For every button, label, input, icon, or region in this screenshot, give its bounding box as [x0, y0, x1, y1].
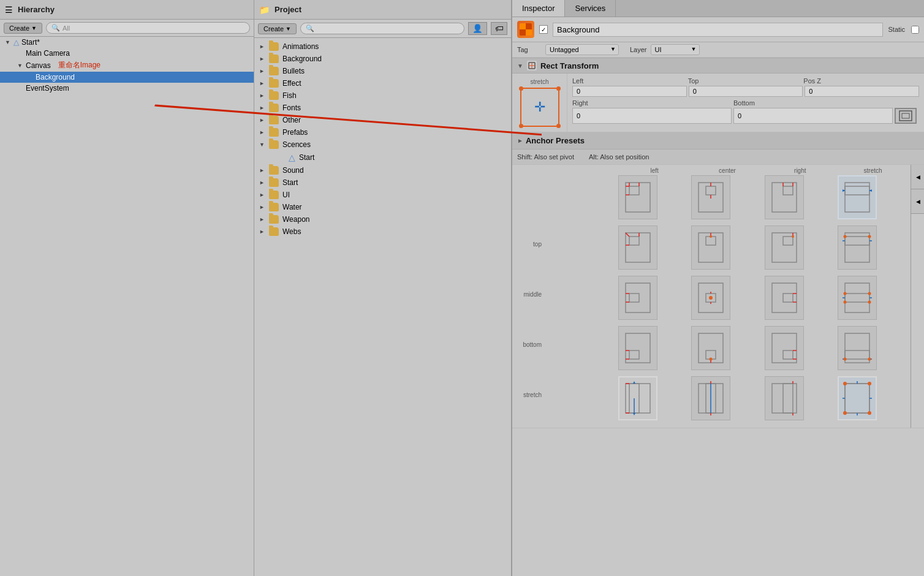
svg-point-87	[843, 358, 846, 361]
anchor-preset-r1c3[interactable]	[765, 225, 804, 270]
tab-inspector[interactable]: Inspector	[512, 0, 565, 17]
static-checkbox[interactable]	[911, 26, 919, 34]
anchor-preset-r2c2[interactable]	[691, 276, 730, 320]
inspector-content: ✓ Static Tag Untagged ▼ Layer UI ▼	[512, 17, 924, 576]
project-folder-fonts[interactable]: ► Fonts	[254, 102, 511, 114]
rect-transform-title: Rect Transform	[540, 61, 599, 70]
col-header-left: left	[618, 167, 691, 174]
tag-layer-row: Tag Untagged ▼ Layer UI ▼	[512, 42, 924, 58]
project-folder-webs[interactable]: ► Webs	[254, 225, 511, 238]
posz-input[interactable]	[805, 86, 919, 97]
hierarchy-item-event-system[interactable]: EventSystem	[0, 83, 254, 94]
anchor-preset-selector[interactable]: ✛	[520, 88, 559, 127]
project-folder-other[interactable]: ► Other	[254, 114, 511, 126]
side-btn-1[interactable]: ◀	[911, 165, 924, 189]
anchor-preset-top-left[interactable]	[618, 175, 657, 219]
anchor-preset-stretch-center[interactable]	[691, 376, 730, 420]
project-folder-fish[interactable]: ► Fish	[254, 89, 511, 102]
svg-rect-25	[845, 183, 869, 212]
project-icon-btn-1[interactable]: 👤	[468, 22, 487, 35]
project-search-bar[interactable]: 🔍	[300, 23, 464, 34]
object-name-input[interactable]	[553, 23, 883, 37]
folder-arrow-sound[interactable]: ►	[259, 167, 265, 173]
anchor-presets-toggle[interactable]: ► Anchor Presets	[512, 132, 924, 150]
hierarchy-item-background[interactable]: Background	[0, 72, 254, 83]
anchor-preset-stretch-stretch[interactable]	[838, 376, 877, 420]
folder-arrow-fish[interactable]: ►	[259, 93, 265, 99]
anchor-preset-r2c3[interactable]	[765, 276, 804, 320]
project-folder-ui[interactable]: ► UI	[254, 189, 511, 201]
svg-rect-45	[845, 237, 869, 245]
tab-services[interactable]: Services	[565, 0, 616, 17]
right-input[interactable]	[572, 108, 732, 124]
anchor-presets-fold-arrow[interactable]: ►	[517, 137, 523, 144]
tree-expand-canvas[interactable]	[17, 63, 23, 69]
project-folder-bullets[interactable]: ► Bullets	[254, 65, 511, 77]
hierarchy-create-button[interactable]: Create ▼	[4, 23, 42, 34]
anchor-preset-top-right[interactable]	[765, 175, 804, 219]
hierarchy-item-canvas[interactable]: Canvas 重命名Image	[0, 59, 254, 72]
layer-select[interactable]: UI ▼	[651, 44, 700, 55]
folder-arrow-animations[interactable]: ►	[259, 44, 265, 50]
svg-point-43	[792, 235, 794, 238]
folder-arrow-ui[interactable]: ►	[259, 192, 265, 198]
tree-expand-start[interactable]	[5, 39, 11, 45]
rect-transform-fold-arrow[interactable]: ▼	[517, 63, 523, 69]
project-content: ► Animations ► Background ► Bullets ► Ef…	[254, 38, 511, 576]
active-checkbox[interactable]: ✓	[539, 25, 548, 34]
anchor-preset-r1c2[interactable]	[691, 225, 730, 270]
project-folder-weapon[interactable]: ► Weapon	[254, 213, 511, 225]
bottom-input[interactable]	[733, 108, 893, 124]
anchor-preset-r3c3[interactable]	[765, 326, 804, 370]
folder-icon-weapon	[269, 215, 279, 224]
anchor-preset-stretch-right[interactable]	[765, 376, 804, 420]
tag-select[interactable]: Untagged ▼	[545, 44, 619, 55]
anchor-preset-r2c1[interactable]	[618, 276, 657, 320]
anchor-preset-stretch-left[interactable]	[618, 376, 657, 420]
folder-arrow-scences[interactable]: ▼	[259, 142, 265, 148]
project-scene-start[interactable]: △ Start	[254, 151, 511, 164]
anchor-preset-r3c4[interactable]	[838, 326, 877, 370]
col-header-stretch: stretch	[836, 167, 909, 174]
project-folder-water[interactable]: ► Water	[254, 201, 511, 213]
stretch-grid-btn[interactable]	[895, 108, 917, 124]
anchor-preset-r1c4[interactable]	[838, 225, 877, 270]
project-folder-start[interactable]: ► Start	[254, 176, 511, 189]
project-folder-background[interactable]: ► Background	[254, 53, 511, 65]
anchor-preset-r3c2[interactable]	[691, 326, 730, 370]
project-folder-sound[interactable]: ► Sound	[254, 164, 511, 176]
folder-arrow-prefabs[interactable]: ►	[259, 129, 265, 135]
folder-arrow-start[interactable]: ►	[259, 180, 265, 186]
project-create-button[interactable]: Create ▼	[258, 23, 297, 34]
hierarchy-search-bar[interactable]: 🔍 All	[46, 22, 250, 34]
left-input[interactable]	[572, 86, 687, 97]
folder-arrow-weapon[interactable]: ►	[259, 216, 265, 222]
top-input[interactable]	[689, 86, 803, 97]
folder-arrow-background[interactable]: ►	[259, 56, 265, 62]
project-icon-btn-2[interactable]: 🏷	[491, 22, 507, 35]
anchor-preset-r2c4[interactable]	[838, 276, 877, 320]
folder-arrow-effect[interactable]: ►	[259, 80, 265, 86]
folder-arrow-bullets[interactable]: ►	[259, 68, 265, 74]
anchor-preset-top-center[interactable]	[691, 175, 730, 219]
inspector-panel: Inspector Services ✓ Static Tag Untagged…	[512, 0, 924, 576]
anchor-preset-r1c1[interactable]	[618, 225, 657, 270]
folder-arrow-other[interactable]: ►	[259, 117, 265, 123]
project-folder-scences[interactable]: ▼ Scences	[254, 138, 511, 151]
project-folder-animations[interactable]: ► Animations	[254, 40, 511, 53]
project-folder-prefabs[interactable]: ► Prefabs	[254, 126, 511, 138]
hierarchy-item-start[interactable]: △ Start*	[0, 37, 254, 48]
folder-arrow-webs[interactable]: ►	[259, 229, 265, 235]
project-folder-effect[interactable]: ► Effect	[254, 77, 511, 89]
folder-arrow-water[interactable]: ►	[259, 204, 265, 210]
posz-header: Pos Z	[803, 77, 919, 85]
anchor-preset-r3c1[interactable]	[618, 326, 657, 370]
svg-point-69	[843, 301, 846, 304]
anchor-grid-row3	[544, 326, 911, 376]
row-label-bottom: bottom	[512, 319, 544, 369]
folder-icon-bullets	[269, 67, 279, 75]
anchor-preset-top-stretch[interactable]	[838, 175, 877, 219]
folder-arrow-fonts[interactable]: ►	[259, 105, 265, 111]
hierarchy-item-main-camera[interactable]: Main Camera	[0, 48, 254, 59]
side-btn-2[interactable]: ◀	[911, 189, 924, 214]
